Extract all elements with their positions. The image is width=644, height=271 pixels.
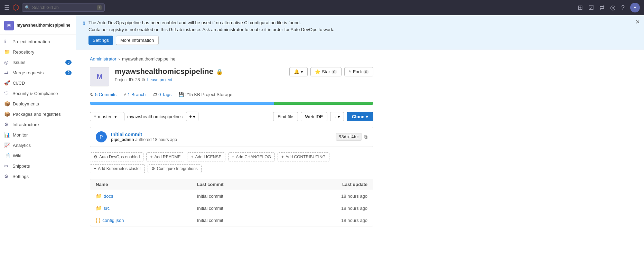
create-icon[interactable]: ⊞ xyxy=(578,4,583,11)
add-license-button[interactable]: + Add LICENSE xyxy=(187,152,225,161)
wiki-icon: 📄 xyxy=(4,153,10,158)
menu-icon[interactable]: ☰ xyxy=(4,4,10,11)
search-input[interactable] xyxy=(32,5,87,10)
copy-id-icon[interactable]: ⧉ xyxy=(142,77,145,82)
download-icon: ↓ xyxy=(334,114,336,119)
search-icon: 🔍 xyxy=(25,5,30,10)
branch-name: master xyxy=(98,114,112,119)
sidebar-item-snippets[interactable]: ✂ Snippets xyxy=(0,161,76,171)
project-title-block: myawshealthomicspipeline 🔒 Project ID: 2… xyxy=(115,67,284,82)
banner-close-button[interactable]: ✕ xyxy=(635,19,640,25)
commit-details: Initial commit pipe_admin authored 18 ho… xyxy=(111,132,332,142)
path-separator: / xyxy=(182,114,184,119)
folder-icon: 📁 xyxy=(96,205,102,211)
add-changelog-button[interactable]: + Add CHANGELOG xyxy=(228,152,275,161)
user-avatar[interactable]: A xyxy=(630,3,640,12)
copy-hash-button[interactable]: ⧉ xyxy=(364,134,367,140)
sidebar-item-deployments[interactable]: 📦 Deployments xyxy=(0,99,76,109)
main-content: ℹ The Auto DevOps pipeline has been enab… xyxy=(76,15,644,271)
branches-link[interactable]: 1 Branch xyxy=(128,92,146,97)
issues-icon[interactable]: ◎ xyxy=(610,4,616,11)
project-title: myawshealthomicspipeline xyxy=(115,67,213,76)
gitlab-logo: ⬡ xyxy=(12,3,19,12)
add-file-button[interactable]: + ▾ xyxy=(186,112,198,121)
sidebar-item-label: Merge requests xyxy=(12,70,44,75)
storage-icon: 💾 xyxy=(178,92,184,97)
branches-stat: ⑂ 1 Branch xyxy=(123,92,146,97)
notifications-button[interactable]: 🔔 ▾ xyxy=(289,67,308,76)
repo-actions: Find file Web IDE ↓ ▾ Clone ▾ xyxy=(273,112,373,121)
file-commit-src: Initial commit xyxy=(197,206,298,211)
file-name-src[interactable]: 📁 src xyxy=(96,205,197,211)
sidebar-item-label: Security & Compliance xyxy=(12,91,58,96)
sidebar-item-packages-registries[interactable]: 📦 Packages and registries xyxy=(0,109,76,119)
file-table-header: Name Last commit Last update xyxy=(90,179,373,190)
sidebar-item-analytics[interactable]: 📈 Analytics xyxy=(0,140,76,150)
banner-line1: The Auto DevOps pipeline has been enable… xyxy=(88,19,334,26)
sidebar-item-repository[interactable]: 📁 Repository xyxy=(0,47,76,57)
branch-icon: ⑂ xyxy=(94,114,96,119)
download-button[interactable]: ↓ ▾ xyxy=(330,112,344,121)
todo-icon[interactable]: ☑ xyxy=(588,4,594,11)
issues-badge: 0 xyxy=(65,60,72,65)
file-table: Name Last commit Last update 📁 docs Init… xyxy=(90,179,373,226)
banner-more-info-button[interactable]: More information xyxy=(116,36,159,45)
file-name-config[interactable]: { } config.json xyxy=(96,217,197,223)
banner-info-icon: ℹ xyxy=(83,20,85,26)
leave-project-link[interactable]: Leave project xyxy=(147,77,172,82)
web-ide-button[interactable]: Web IDE xyxy=(301,112,328,121)
configure-integrations-button[interactable]: ⚙ Configure Integrations xyxy=(148,164,202,173)
search-box[interactable]: 🔍 / xyxy=(22,3,105,12)
commit-message[interactable]: Initial commit xyxy=(111,132,332,137)
commit-hash-area: 98dbf4bc ⧉ xyxy=(336,133,367,141)
issues-nav-icon: ◎ xyxy=(4,59,10,65)
help-icon[interactable]: ? xyxy=(621,4,625,11)
clone-button[interactable]: Clone ▾ xyxy=(347,112,373,121)
sidebar-item-issues[interactable]: ◎ Issues 0 xyxy=(0,57,76,67)
sidebar-item-label: Deployments xyxy=(13,101,39,106)
sidebar-item-label: CI/CD xyxy=(13,81,25,86)
branch-selector[interactable]: ⑂ master ▾ xyxy=(90,112,124,121)
sidebar-item-cicd[interactable]: 🚀 CI/CD xyxy=(0,78,76,88)
lang-segment-blue xyxy=(90,102,274,105)
lang-segment-green xyxy=(274,102,373,105)
star-button[interactable]: ⭐ Star 0 xyxy=(310,67,342,76)
add-contributing-button[interactable]: + Add CONTRIBUTING xyxy=(278,152,329,161)
commits-icon: ↻ xyxy=(90,92,94,97)
commit-authored-label: authored xyxy=(135,137,153,142)
commit-info: P Initial commit pipe_admin authored 18 … xyxy=(90,127,373,147)
breadcrumb-admin-link[interactable]: Administrator xyxy=(90,56,116,62)
file-name-docs[interactable]: 📁 docs xyxy=(96,193,197,199)
col-commit: Last commit xyxy=(197,182,298,187)
col-name: Name xyxy=(96,182,197,187)
breadcrumb-project: myawshealthomicspipeline xyxy=(122,56,176,62)
sidebar-item-label: Infrastructure xyxy=(12,122,39,127)
sidebar-item-security-compliance[interactable]: 🛡 Security & Compliance xyxy=(0,88,76,99)
add-readme-button[interactable]: + Add README xyxy=(146,152,184,161)
sidebar-item-project-information[interactable]: ℹ Project information xyxy=(0,36,76,47)
sidebar-item-infrastructure[interactable]: ⚙ Infrastructure xyxy=(0,119,76,130)
merge-requests-icon[interactable]: ⇄ xyxy=(599,4,605,11)
repo-toolbar: ⑂ master ▾ myawshealthomicspipeline / + … xyxy=(90,112,373,121)
tags-link[interactable]: 0 Tags xyxy=(158,92,171,97)
sidebar-item-settings[interactable]: ⚙ Settings xyxy=(0,171,76,181)
banner-settings-button[interactable]: Settings xyxy=(88,36,113,45)
configure-integrations-icon: ⚙ xyxy=(151,166,155,171)
table-row: { } config.json Initial commit 18 hours … xyxy=(90,214,373,226)
nav-actions: ⊞ ☑ ⇄ ◎ ? A xyxy=(578,3,640,12)
repo-path: myawshealthomicspipeline / xyxy=(127,114,183,119)
sidebar-item-monitor[interactable]: 📊 Monitor xyxy=(0,130,76,140)
commits-link[interactable]: 5 Commits xyxy=(95,92,116,97)
sidebar-item-merge-requests[interactable]: ⇄ Merge requests 0 xyxy=(0,67,76,78)
sidebar-item-wiki[interactable]: 📄 Wiki xyxy=(0,150,76,161)
fork-button[interactable]: ⑂ Fork 0 xyxy=(344,67,373,76)
add-kubernetes-button[interactable]: + Add Kubernetes cluster xyxy=(90,164,145,173)
project-lock-icon: 🔒 xyxy=(216,68,223,75)
auto-devops-label: Auto DevOps enabled xyxy=(99,155,140,159)
sidebar-item-label: Project information xyxy=(12,39,50,44)
find-file-button[interactable]: Find file xyxy=(273,112,298,121)
auto-devops-button[interactable]: ⚙ Auto DevOps enabled xyxy=(90,152,143,161)
add-changelog-label: Add CHANGELOG xyxy=(236,155,271,159)
bell-icon: 🔔 xyxy=(294,69,299,74)
star-label: Star xyxy=(322,69,330,74)
